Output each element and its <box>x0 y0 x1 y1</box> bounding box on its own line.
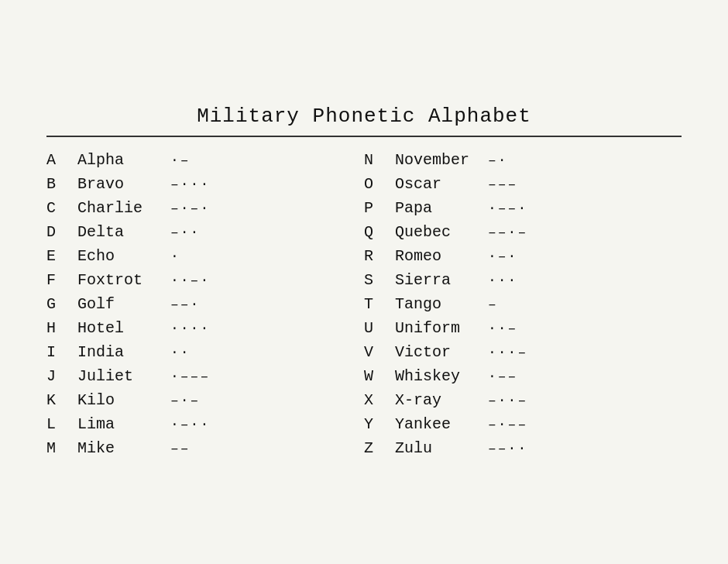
morse-code: ·––· <box>488 201 589 216</box>
phonetic-word: India <box>77 343 170 361</box>
letter: X <box>364 391 395 409</box>
letter: U <box>364 319 395 337</box>
table-row: OOscar––– <box>364 172 682 196</box>
main-container: Military Phonetic Alphabet AAlpha·–BBrav… <box>23 89 705 476</box>
phonetic-word: November <box>395 151 488 169</box>
morse-code: ··–· <box>170 273 271 288</box>
morse-code: –·–· <box>170 201 271 216</box>
phonetic-word: Uniform <box>395 319 488 337</box>
phonetic-word: Golf <box>77 295 170 313</box>
alphabet-table: AAlpha·–BBravo–···CCharlie–·–·DDelta–··E… <box>46 148 682 460</box>
morse-code: ···– <box>488 345 589 360</box>
table-row: JJuliet·––– <box>46 364 364 388</box>
letter: B <box>46 175 77 193</box>
phonetic-word: X-ray <box>395 391 488 409</box>
phonetic-word: Yankee <box>395 415 488 433</box>
table-row: KKilo–·– <box>46 388 364 412</box>
letter: L <box>46 415 77 433</box>
morse-code: ·· <box>170 345 271 360</box>
phonetic-word: Whiskey <box>395 367 488 385</box>
phonetic-word: Mike <box>77 439 170 457</box>
table-row: UUniform··– <box>364 316 682 340</box>
table-row: HHotel···· <box>46 316 364 340</box>
phonetic-word: Romeo <box>395 247 488 265</box>
phonetic-word: Zulu <box>395 439 488 457</box>
phonetic-word: Foxtrot <box>77 271 170 289</box>
table-row: IIndia·· <box>46 340 364 364</box>
phonetic-word: Sierra <box>395 271 488 289</box>
phonetic-word: Charlie <box>77 199 170 217</box>
letter: G <box>46 295 77 313</box>
table-row: EEcho· <box>46 244 364 268</box>
morse-code: · <box>170 249 271 264</box>
letter: M <box>46 439 77 457</box>
table-row: RRomeo·–· <box>364 244 682 268</box>
table-row: YYankee–·–– <box>364 412 682 436</box>
table-row: NNovember–· <box>364 148 682 172</box>
table-row: GGolf––· <box>46 292 364 316</box>
table-row: FFoxtrot··–· <box>46 268 364 292</box>
morse-code: ––– <box>488 177 589 192</box>
morse-code: –– <box>170 441 271 456</box>
letter: D <box>46 223 77 241</box>
table-row: BBravo–··· <box>46 172 364 196</box>
morse-code: ·––– <box>170 369 271 384</box>
phonetic-word: Victor <box>395 343 488 361</box>
letter: Z <box>364 439 395 457</box>
phonetic-word: Alpha <box>77 151 170 169</box>
phonetic-word: Quebec <box>395 223 488 241</box>
title-divider <box>46 136 682 137</box>
table-row: WWhiskey·–– <box>364 364 682 388</box>
left-half: AAlpha·–BBravo–···CCharlie–·–·DDelta–··E… <box>46 148 364 460</box>
table-row: AAlpha·– <box>46 148 364 172</box>
table-row: CCharlie–·–· <box>46 196 364 220</box>
letter: E <box>46 247 77 265</box>
morse-code: ·–·· <box>170 417 271 432</box>
table-row: LLima·–·· <box>46 412 364 436</box>
morse-code: –·–– <box>488 417 589 432</box>
phonetic-word: Delta <box>77 223 170 241</box>
letter: K <box>46 391 77 409</box>
letter: Q <box>364 223 395 241</box>
morse-code: ––·– <box>488 225 589 240</box>
phonetic-word: Echo <box>77 247 170 265</box>
morse-code: ··· <box>488 273 589 288</box>
letter: P <box>364 199 395 217</box>
morse-code: –· <box>488 153 589 168</box>
letter: V <box>364 343 395 361</box>
right-half: NNovember–·OOscar–––PPapa·––·QQuebec––·–… <box>364 148 682 460</box>
letter: Y <box>364 415 395 433</box>
phonetic-word: Bravo <box>77 175 170 193</box>
table-row: PPapa·––· <box>364 196 682 220</box>
phonetic-word: Tango <box>395 295 488 313</box>
morse-code: – <box>488 297 589 312</box>
letter: J <box>46 367 77 385</box>
morse-code: ––· <box>170 297 271 312</box>
letter: C <box>46 199 77 217</box>
phonetic-word: Hotel <box>77 319 170 337</box>
table-row: XX-ray–··– <box>364 388 682 412</box>
morse-code: ·– <box>170 153 271 168</box>
phonetic-word: Lima <box>77 415 170 433</box>
morse-code: –·– <box>170 393 271 408</box>
letter: A <box>46 151 77 169</box>
table-row: VVictor···– <box>364 340 682 364</box>
phonetic-word: Oscar <box>395 175 488 193</box>
table-row: QQuebec––·– <box>364 220 682 244</box>
phonetic-word: Kilo <box>77 391 170 409</box>
morse-code: ··– <box>488 321 589 336</box>
table-row: DDelta–·· <box>46 220 364 244</box>
morse-code: –·· <box>170 225 271 240</box>
letter: H <box>46 319 77 337</box>
letter: S <box>364 271 395 289</box>
phonetic-word: Juliet <box>77 367 170 385</box>
page-title: Military Phonetic Alphabet <box>46 105 682 128</box>
letter: N <box>364 151 395 169</box>
table-row: SSierra··· <box>364 268 682 292</box>
letter: O <box>364 175 395 193</box>
morse-code: –··– <box>488 393 589 408</box>
phonetic-word: Papa <box>395 199 488 217</box>
morse-code: ·–– <box>488 369 589 384</box>
letter: W <box>364 367 395 385</box>
table-row: MMike–– <box>46 436 364 460</box>
